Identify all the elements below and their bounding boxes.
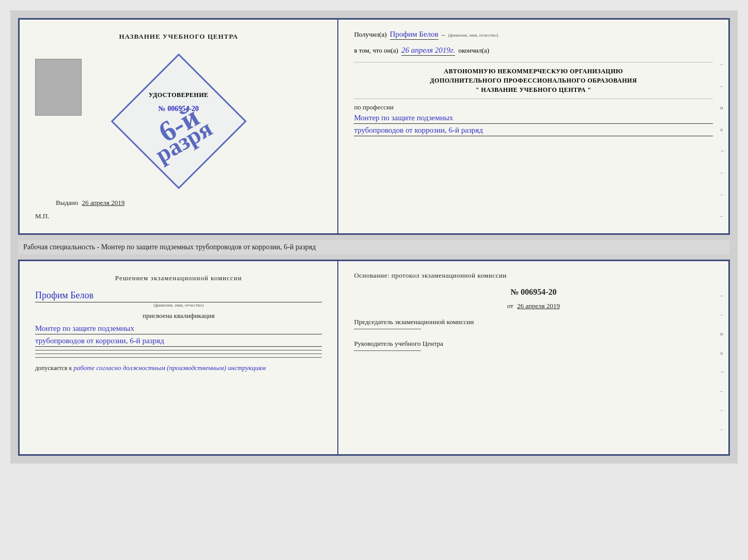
mark-a: а	[720, 126, 726, 132]
ruk-sig-line	[354, 350, 421, 351]
vtom-line: в том, что он(а) 26 апреля 2019г. окончи…	[354, 46, 713, 56]
profession-line1-bottom: Монтер по защите подземных	[35, 324, 322, 334]
fio-label-bottom: (фамилия, имя, отчество)	[35, 302, 322, 308]
protocol-date: от 26 апреля 2019	[354, 302, 713, 310]
separator-3	[35, 357, 322, 358]
middle-text: Рабочая специальность - Монтер по защите…	[18, 240, 730, 254]
predsedatel-label: Председатель экзаменационной комиссии	[354, 318, 713, 326]
decision-title: Решением экзаменационной комиссии	[35, 274, 322, 282]
poluchil-label: Получил(a)	[354, 30, 386, 39]
dopuskaetsya-label: допускается к	[35, 364, 72, 372]
vydano-date: 26 апреля 2019	[82, 199, 125, 206]
separator-1	[35, 350, 322, 350]
bottom-mark-k: ←	[720, 369, 726, 375]
mark-i: и	[720, 104, 726, 110]
mark-dash-5: –	[720, 213, 726, 219]
org-block: АВТОНОМНУЮ НЕКОММЕРЧЕСКУЮ ОРГАНИЗАЦИЮ ДО…	[354, 67, 713, 94]
mark-dash-2: –	[720, 83, 726, 89]
poluchil-line: Получил(a) Профим Белов – (фамилия, имя,…	[354, 30, 713, 40]
mark-k: ←	[720, 148, 726, 154]
bottom-mark-dash-4: –	[720, 407, 726, 413]
protocol-date-value: 26 апреля 2019	[517, 302, 560, 310]
bottom-mark-dash-1: –	[720, 292, 726, 298]
mp-line: М.П.	[35, 212, 49, 220]
bottom-mark-i: и	[720, 330, 726, 337]
side-marks-bottom: – – и а ← – – –	[720, 292, 726, 432]
page-wrapper: НАЗВАНИЕ УЧЕБНОГО ЦЕНТРА УДОСТОВЕРЕНИЕ №…	[10, 10, 738, 463]
vydano-line: Выдано 26 апреля 2019	[56, 199, 124, 207]
vtom-date: 26 апреля 2019г.	[401, 46, 455, 56]
org-line2: ДОПОЛНИТЕЛЬНОГО ПРОФЕССИОНАЛЬНОГО ОБРАЗО…	[354, 76, 713, 85]
bottom-mark-dash-3: –	[720, 388, 726, 394]
stamp-diamond: УДОСТОВЕРЕНИЕ № 006954-20 6-й разря	[127, 70, 230, 173]
mark-dash-4: –	[720, 191, 726, 197]
dash-top: –	[442, 30, 445, 39]
dopuskaetsya-block: допускается к работе согласно должностны…	[35, 364, 322, 372]
cert-bottom-right: Основание: протокол экзаменационной коми…	[338, 261, 728, 454]
certificate-top: НАЗВАНИЕ УЧЕБНОГО ЦЕНТРА УДОСТОВЕРЕНИЕ №…	[18, 18, 730, 235]
photo-placeholder	[35, 59, 82, 116]
protocol-no: № 006954-20	[354, 287, 713, 297]
dopuskaetsya-value: работе согласно должностным (производств…	[73, 364, 266, 372]
divider-2	[354, 99, 713, 99]
stamp-container: УДОСТОВЕРЕНИЕ № 006954-20 6-й разря	[35, 49, 322, 194]
org-line1: АВТОНОМНУЮ НЕКОММЕРЧЕСКУЮ ОРГАНИЗАЦИЮ	[354, 67, 713, 76]
predsedatel-block: Председатель экзаменационной комиссии	[354, 318, 713, 329]
bottom-mark-dash-5: –	[720, 426, 726, 432]
separator-2	[35, 354, 322, 354]
divider-1	[354, 62, 713, 62]
stamp-udost-label: УДОСТОВЕРЕНИЕ	[149, 91, 209, 99]
fio-label-top: (фамилия, имя, отчество)	[448, 33, 498, 38]
org-line3: " НАЗВАНИЕ УЧЕБНОГО ЦЕНТРА "	[354, 85, 713, 94]
bottom-mark-a: а	[720, 349, 726, 356]
cert-right-panel: Получил(a) Профим Белов – (фамилия, имя,…	[338, 20, 728, 233]
protocol-date-prefix: от	[507, 302, 513, 310]
profession-line2-bottom: трубопроводов от коррозии, 6-й разряд	[35, 337, 322, 347]
vydano-label: Выдано	[56, 199, 78, 206]
okonchil-label: окончил(а)	[458, 46, 489, 55]
middle-text-content: Рабочая специальность - Монтер по защите…	[23, 243, 316, 251]
osnov-title: Основание: протокол экзаменационной коми…	[354, 271, 713, 280]
predsedatel-sig-line	[354, 329, 421, 329]
recipient-name-top: Профим Белов	[390, 30, 439, 40]
bottom-mark-dash-2: –	[720, 311, 726, 317]
certificate-bottom: Решением экзаменационной комиссии Профим…	[18, 260, 730, 456]
mark-dash-3: –	[720, 169, 726, 175]
name-block-bottom: Профим Белов (фамилия, имя, отчество)	[35, 290, 322, 308]
mark-dash-1: –	[720, 61, 726, 67]
ruk-label: Руководитель учебного Центра	[354, 340, 713, 348]
po-professii-label: по профессии	[354, 103, 713, 111]
vtom-label: в том, что он(а)	[354, 46, 398, 55]
recipient-name-bottom: Профим Белов	[35, 290, 322, 302]
side-marks-top: – – и а ← – – –	[720, 61, 726, 219]
ruk-block: Руководитель учебного Центра	[354, 340, 713, 351]
cert-left-panel: НАЗВАНИЕ УЧЕБНОГО ЦЕНТРА УДОСТОВЕРЕНИЕ №…	[20, 20, 338, 233]
profession-line1-top: Монтер по защите подземных	[354, 114, 713, 124]
profession-line2-top: трубопроводов от коррозии, 6-й разряд	[354, 126, 713, 136]
prisvoena-label: присвоена квалификация	[35, 312, 322, 320]
cert-bottom-left: Решением экзаменационной комиссии Профим…	[20, 261, 338, 454]
cert-title: НАЗВАНИЕ УЧЕБНОГО ЦЕНТРА	[119, 33, 238, 41]
